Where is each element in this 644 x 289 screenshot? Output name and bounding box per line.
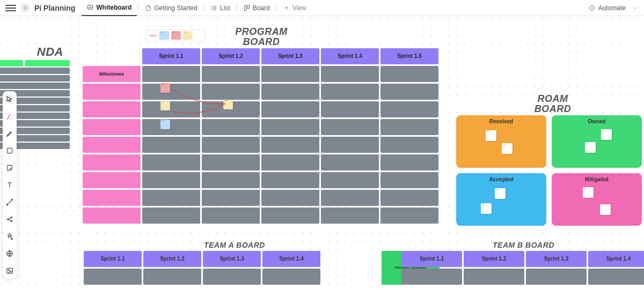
more-tool[interactable]: + bbox=[5, 232, 14, 241]
sticky-note[interactable] bbox=[160, 101, 170, 110]
sprint-header[interactable]: Sprint 1.2 bbox=[143, 251, 201, 267]
row-label[interactable] bbox=[83, 154, 141, 171]
sprint-header[interactable]: Sprint 1.4 bbox=[321, 48, 379, 64]
board-cell[interactable] bbox=[321, 190, 379, 206]
team-a-board[interactable]: TEAM A BOARD Sprint 1.1Sprint 1.2Sprint … bbox=[84, 241, 385, 285]
tab-whiteboard[interactable]: Whiteboard bbox=[82, 0, 137, 16]
chevron-down-icon[interactable] bbox=[631, 4, 639, 12]
board-cell[interactable] bbox=[321, 66, 379, 82]
agenda-cell[interactable] bbox=[0, 60, 23, 66]
board-cell[interactable] bbox=[261, 154, 319, 171]
sticky-note[interactable] bbox=[486, 130, 496, 141]
shape-tool[interactable] bbox=[5, 146, 14, 155]
doc-icon[interactable] bbox=[20, 3, 30, 13]
board-cell[interactable] bbox=[142, 172, 200, 188]
board-cell[interactable] bbox=[401, 269, 462, 285]
pointer-tool[interactable] bbox=[5, 94, 14, 104]
board-cell[interactable] bbox=[142, 119, 200, 135]
board-cell[interactable] bbox=[261, 137, 319, 153]
board-cell[interactable] bbox=[321, 154, 379, 171]
board-cell[interactable] bbox=[202, 208, 260, 224]
agenda-cell[interactable] bbox=[0, 75, 70, 81]
board-cell[interactable] bbox=[202, 84, 260, 100]
roam-accepted[interactable]: Accepted bbox=[456, 173, 546, 226]
sticky-note[interactable] bbox=[223, 100, 233, 109]
roam-resolved[interactable]: Resolved bbox=[456, 115, 546, 168]
canvas[interactable]: + + NDA bbox=[0, 16, 644, 289]
image-tool[interactable] bbox=[5, 266, 14, 276]
board-cell[interactable] bbox=[202, 119, 260, 135]
board-cell[interactable] bbox=[142, 208, 200, 224]
board-cell[interactable] bbox=[202, 137, 260, 153]
board-cell[interactable] bbox=[380, 208, 438, 224]
board-cell[interactable] bbox=[380, 119, 438, 135]
sticky-note[interactable] bbox=[502, 143, 513, 154]
sprint-header[interactable]: Sprint 1.4 bbox=[588, 251, 644, 267]
board-cell[interactable] bbox=[526, 269, 587, 285]
menu-icon[interactable] bbox=[5, 5, 16, 11]
board-cell[interactable] bbox=[142, 154, 200, 171]
row-label[interactable] bbox=[83, 119, 141, 135]
roam-owned[interactable]: Owned bbox=[552, 115, 642, 168]
board-cell[interactable] bbox=[142, 137, 200, 153]
board-cell[interactable] bbox=[380, 66, 438, 82]
board-cell[interactable] bbox=[202, 66, 260, 82]
sticky-tool[interactable] bbox=[5, 163, 14, 173]
board-cell[interactable] bbox=[143, 269, 201, 285]
team-b-board[interactable]: TEAM B BOARD Sprint 1.1Sprint 1.2Sprint … bbox=[401, 241, 644, 285]
row-label[interactable]: Milestones bbox=[83, 66, 141, 82]
sticky-note[interactable] bbox=[160, 83, 170, 93]
board-cell[interactable] bbox=[588, 269, 644, 285]
sprint-header[interactable]: Sprint 1.1 bbox=[142, 48, 200, 64]
sprint-header[interactable]: Sprint 1.3 bbox=[526, 251, 587, 267]
sticky-note[interactable] bbox=[600, 204, 611, 215]
board-cell[interactable] bbox=[202, 172, 260, 188]
agenda-cell[interactable] bbox=[0, 83, 70, 89]
board-cell[interactable] bbox=[380, 84, 438, 100]
sprint-header[interactable]: Sprint 1.2 bbox=[202, 48, 260, 64]
board-cell[interactable] bbox=[261, 208, 319, 224]
sticky-note[interactable] bbox=[160, 120, 170, 129]
sprint-header[interactable]: Sprint 1.1 bbox=[84, 251, 142, 267]
board-cell[interactable] bbox=[321, 137, 379, 153]
board-cell[interactable] bbox=[380, 190, 438, 206]
ai-tool[interactable]: + bbox=[5, 112, 14, 121]
agenda-cell[interactable] bbox=[0, 68, 70, 74]
board-cell[interactable] bbox=[262, 269, 320, 285]
doc-title[interactable]: Pi Planning bbox=[34, 4, 75, 12]
tab-getting-started[interactable]: Getting Started bbox=[140, 0, 203, 16]
row-label[interactable] bbox=[83, 190, 141, 206]
board-cell[interactable] bbox=[202, 190, 260, 206]
sprint-header[interactable]: Sprint 1.3 bbox=[203, 251, 261, 267]
board-cell[interactable] bbox=[142, 84, 200, 100]
sprint-header[interactable]: Sprint 1.4 bbox=[262, 251, 320, 267]
sticky-note[interactable] bbox=[583, 187, 594, 198]
sprint-header[interactable]: Sprint 1.3 bbox=[261, 48, 319, 64]
board-cell[interactable] bbox=[261, 190, 319, 206]
row-label[interactable] bbox=[83, 84, 141, 100]
board-cell[interactable] bbox=[464, 269, 524, 285]
sprint-header[interactable]: Sprint 1.1 bbox=[401, 251, 462, 267]
row-label[interactable] bbox=[83, 172, 141, 188]
sticky-note[interactable] bbox=[585, 142, 596, 153]
board-cell[interactable] bbox=[261, 119, 319, 135]
row-label[interactable] bbox=[83, 137, 141, 153]
board-cell[interactable] bbox=[380, 154, 438, 171]
tab-add-view[interactable]: + View bbox=[278, 0, 312, 16]
sticky-note[interactable] bbox=[481, 203, 492, 214]
board-cell[interactable] bbox=[380, 137, 438, 153]
pen-tool[interactable] bbox=[5, 129, 14, 138]
board-cell[interactable] bbox=[321, 101, 379, 117]
integration-tool[interactable] bbox=[5, 214, 14, 224]
board-cell[interactable] bbox=[202, 154, 260, 171]
connector-tool[interactable] bbox=[5, 197, 14, 207]
board-cell[interactable] bbox=[321, 119, 379, 135]
board-cell[interactable] bbox=[321, 208, 379, 224]
text-tool[interactable] bbox=[5, 180, 14, 190]
board-cell[interactable] bbox=[203, 269, 261, 285]
board-cell[interactable] bbox=[261, 101, 319, 117]
row-label[interactable] bbox=[83, 208, 141, 224]
board-cell[interactable] bbox=[142, 66, 200, 82]
board-cell[interactable] bbox=[380, 172, 438, 188]
sprint-header[interactable]: Sprint 1.5 bbox=[380, 48, 438, 64]
